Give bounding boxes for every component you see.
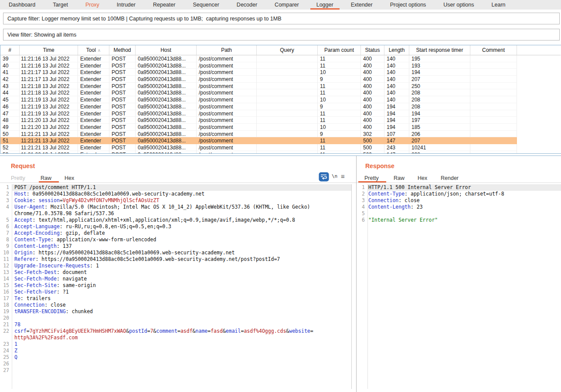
cell: /post/comment bbox=[197, 83, 257, 90]
cell: 400 bbox=[361, 110, 384, 117]
menu-item-user-options[interactable]: User options bbox=[437, 0, 480, 10]
tab-hex[interactable]: Hex bbox=[65, 174, 74, 182]
cell: 0a9500020413d88... bbox=[136, 110, 197, 117]
menu-item-repeater[interactable]: Repeater bbox=[147, 0, 181, 10]
editor-line: 3Cookie: session=VgFWy4D2vMfON7vMNMhjQlS… bbox=[0, 197, 351, 204]
tab-render[interactable]: Render bbox=[441, 174, 459, 182]
column-header-status[interactable]: Status bbox=[361, 45, 384, 55]
menubar: DashboardTargetProxyIntruderRepeaterSequ… bbox=[0, 0, 561, 10]
column-header-path[interactable]: Path bbox=[197, 45, 257, 55]
menu-item-comparer[interactable]: Comparer bbox=[269, 0, 305, 10]
table-row[interactable]: 3911:21:16 13 Jul 2022ExtenderPOST0a9500… bbox=[0, 55, 517, 62]
column-header-tool[interactable]: Tool∧ bbox=[78, 45, 109, 55]
cell: /post/comment bbox=[197, 131, 257, 138]
table-row[interactable]: 5011:21:21 13 Jul 2022ExtenderPOST0a9500… bbox=[0, 131, 517, 138]
table-row[interactable]: 4511:21:19 13 Jul 2022ExtenderPOST0a9500… bbox=[0, 96, 517, 103]
table-row[interactable]: 4311:21:18 13 Jul 2022ExtenderPOST0a9500… bbox=[0, 83, 517, 90]
table-row[interactable]: 4711:21:19 13 Jul 2022ExtenderPOST0a9500… bbox=[0, 110, 517, 117]
tab-pretty[interactable]: Pretty bbox=[11, 174, 25, 182]
line-number: 4 bbox=[357, 204, 365, 210]
editor-line: 7Accept-Encoding: gzip, deflate bbox=[0, 230, 351, 237]
cell: 0a9500020413d88... bbox=[136, 96, 197, 103]
column-header-method[interactable]: Method bbox=[109, 45, 136, 55]
cell: 10241 bbox=[409, 144, 470, 151]
editor-line: 2Content-Type: application/json; charset… bbox=[357, 191, 561, 197]
table-row[interactable]: 4911:21:20 13 Jul 2022ExtenderPOST0a9500… bbox=[0, 124, 517, 131]
request-editor[interactable]: 1POST /post/comment HTTP/1.12Host: 0a950… bbox=[0, 184, 352, 389]
menu-item-learn[interactable]: Learn bbox=[486, 0, 512, 10]
cell: 52 bbox=[0, 144, 20, 151]
cell: POST bbox=[109, 137, 136, 144]
cell: 195 bbox=[409, 55, 470, 62]
cell bbox=[257, 89, 318, 96]
table-row[interactable]: 4611:21:19 13 Jul 2022ExtenderPOST0a9500… bbox=[0, 103, 517, 110]
cell: /post/comment bbox=[197, 89, 257, 96]
tab-raw[interactable]: Raw bbox=[394, 174, 405, 182]
cell: POST bbox=[109, 117, 136, 124]
line-number: 15 bbox=[0, 282, 9, 289]
newline-icon[interactable]: \n bbox=[332, 173, 337, 179]
cell: 11:21:16 13 Jul 2022 bbox=[20, 55, 78, 62]
table-row[interactable]: 4011:21:16 13 Jul 2022ExtenderPOST0a9500… bbox=[0, 62, 517, 69]
line-number: 26 bbox=[0, 361, 9, 367]
cell bbox=[257, 83, 318, 90]
cell: 47 bbox=[0, 110, 20, 117]
editor-line: 8Content-Type: application/x-www-form-ur… bbox=[0, 237, 351, 243]
editor-line: 15Sec-Fetch-Site: same-origin bbox=[0, 282, 351, 289]
column-header-num[interactable]: # bbox=[0, 45, 20, 55]
cell: 11:21:18 13 Jul 2022 bbox=[20, 83, 78, 90]
table-row[interactable]: 4411:21:18 13 Jul 2022ExtenderPOST0a9500… bbox=[0, 89, 517, 96]
cell: Extender bbox=[78, 144, 109, 151]
editor-menu-icon[interactable]: ≡ bbox=[341, 172, 345, 180]
cell: 44 bbox=[0, 89, 20, 96]
cell: /post/comment bbox=[197, 76, 257, 83]
cell: 49 bbox=[0, 124, 20, 131]
cell: 193 bbox=[409, 62, 470, 69]
menu-item-proxy[interactable]: Proxy bbox=[79, 0, 105, 10]
menu-item-extender[interactable]: Extender bbox=[345, 0, 379, 10]
menu-item-target[interactable]: Target bbox=[47, 0, 74, 10]
table-row[interactable]: 5111:21:21 13 Jul 2022ExtenderPOST0a9500… bbox=[0, 137, 517, 144]
table-row[interactable]: 4811:21:20 13 Jul 2022ExtenderPOST0a9500… bbox=[0, 117, 517, 124]
cell: POST bbox=[109, 62, 136, 69]
table-row[interactable]: 5211:21:21 13 Jul 2022ExtenderPOST0a9500… bbox=[0, 144, 517, 151]
table-row[interactable]: 4211:21:17 13 Jul 2022ExtenderPOST0a9500… bbox=[0, 76, 517, 83]
column-header-comment[interactable]: Comment bbox=[470, 45, 517, 55]
cell bbox=[470, 137, 517, 144]
menu-item-sequencer[interactable]: Sequencer bbox=[187, 0, 225, 10]
cell: 11 bbox=[318, 83, 361, 90]
cell bbox=[470, 117, 517, 124]
cell: 107 bbox=[384, 131, 409, 138]
column-header-param-count[interactable]: Param count bbox=[318, 45, 361, 55]
column-header-time[interactable]: Time bbox=[20, 45, 78, 55]
menu-item-intruder[interactable]: Intruder bbox=[111, 0, 142, 10]
pretty-print-icon[interactable] bbox=[319, 172, 329, 182]
line-number: 25 bbox=[0, 354, 9, 361]
cell: 197 bbox=[409, 117, 470, 124]
cell: /post/comment bbox=[197, 55, 257, 62]
column-header-length[interactable]: Length bbox=[384, 45, 409, 55]
cell: 194 bbox=[384, 103, 409, 110]
column-header-start-response-timer[interactable]: Start response timer bbox=[409, 45, 470, 55]
table-row[interactable]: 4111:21:17 13 Jul 2022ExtenderPOST0a9500… bbox=[0, 69, 517, 76]
cell: 11:21:16 13 Jul 2022 bbox=[20, 62, 78, 69]
request-panel: Request PrettyRawHex \n ≡ 1POST /post/co… bbox=[0, 156, 356, 392]
cell bbox=[257, 55, 318, 62]
capture-filter-bar[interactable]: Capture filter: Logger memory limit set … bbox=[3, 13, 560, 24]
response-editor[interactable]: 1HTTP/1.1 500 Internal Server Error2Cont… bbox=[357, 184, 561, 389]
column-header-host[interactable]: Host bbox=[136, 45, 197, 55]
cell: /post/comment bbox=[197, 137, 257, 144]
menu-item-dashboard[interactable]: Dashboard bbox=[3, 0, 41, 10]
cell bbox=[257, 110, 318, 117]
editor-line: http%3A%2F%2Fasdf.com bbox=[0, 335, 351, 341]
menu-item-project-options[interactable]: Project options bbox=[384, 0, 432, 10]
view-filter-bar[interactable]: View filter: Showing all items bbox=[3, 29, 560, 41]
menu-item-logger[interactable]: Logger bbox=[310, 0, 340, 10]
cell: 400 bbox=[361, 69, 384, 76]
line-number: 5 bbox=[357, 210, 365, 217]
tab-hex[interactable]: Hex bbox=[418, 174, 427, 182]
menu-item-decoder[interactable]: Decoder bbox=[231, 0, 263, 10]
cell: 11:21:19 13 Jul 2022 bbox=[20, 110, 78, 117]
cell: 0a9500020413d88... bbox=[136, 89, 197, 96]
column-header-query[interactable]: Query bbox=[257, 45, 318, 55]
